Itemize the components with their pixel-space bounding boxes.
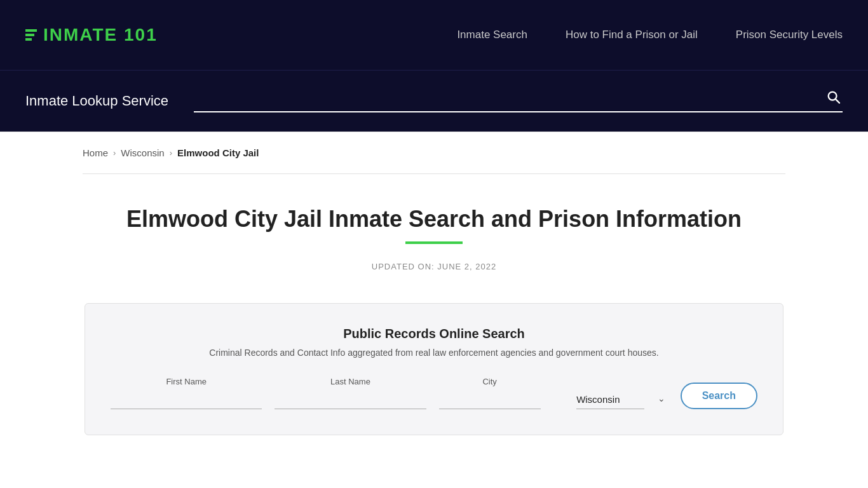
breadcrumb: Home › Wisconsin › Elmwood City Jail [0, 132, 868, 173]
nav-item-inmate-search[interactable]: Inmate Search [457, 29, 527, 41]
last-name-field: Last Name [275, 377, 426, 409]
card-subtitle: Criminal Records and Contact Info aggreg… [111, 348, 757, 358]
page-title: Elmwood City Jail Inmate Search and Pris… [83, 206, 785, 233]
city-field: City [439, 377, 541, 409]
main-content: Elmwood City Jail Inmate Search and Pris… [0, 174, 868, 461]
logo-bars-icon [25, 29, 37, 41]
state-select-wrap: AlabamaAlaskaArizonaArkansasCaliforniaCo… [553, 390, 668, 409]
nav-link-inmate-search[interactable]: Inmate Search [457, 29, 527, 41]
nav-item-security-levels[interactable]: Prison Security Levels [736, 29, 843, 41]
top-navigation: INMATE 101 Inmate Search How to Find a P… [0, 0, 868, 70]
search-icon [826, 90, 840, 104]
breadcrumb-current: Elmwood City Jail [177, 147, 259, 158]
svg-line-1 [836, 100, 840, 104]
logo-text: INMATE 101 [43, 25, 158, 45]
search-records-button[interactable]: Search [681, 383, 757, 409]
city-label: City [439, 377, 541, 386]
breadcrumb-chevron-1: › [113, 148, 116, 158]
public-records-card: Public Records Online Search Criminal Re… [85, 303, 783, 435]
card-title: Public Records Online Search [111, 327, 757, 341]
last-name-input[interactable] [275, 390, 426, 409]
nav-link-security-levels[interactable]: Prison Security Levels [736, 29, 843, 41]
nav-links: Inmate Search How to Find a Prison or Ja… [457, 29, 843, 41]
search-button-icon[interactable] [824, 90, 843, 107]
site-logo[interactable]: INMATE 101 [25, 25, 158, 45]
first-name-label: First Name [111, 377, 262, 386]
title-underline [405, 241, 463, 244]
nav-link-how-to-find[interactable]: How to Find a Prison or Jail [566, 29, 698, 41]
search-form: First Name Last Name City AlabamaAlaskaA… [111, 377, 757, 409]
search-section-label: Inmate Lookup Service [25, 93, 168, 109]
svg-point-0 [829, 92, 837, 100]
first-name-input[interactable] [111, 390, 262, 409]
nav-item-how-to-find[interactable]: How to Find a Prison or Jail [566, 29, 698, 41]
breadcrumb-chevron-2: › [170, 148, 172, 158]
last-name-label: Last Name [275, 377, 426, 386]
search-input[interactable] [194, 93, 824, 104]
search-section: Inmate Lookup Service [0, 70, 868, 132]
state-select[interactable]: AlabamaAlaskaArizonaArkansasCaliforniaCo… [576, 390, 644, 409]
search-input-wrap [194, 90, 843, 112]
state-field: AlabamaAlaskaArizonaArkansasCaliforniaCo… [553, 386, 668, 409]
logo-number: 101 [124, 25, 158, 44]
updated-text: UPDATED ON: JUNE 2, 2022 [83, 262, 785, 271]
first-name-field: First Name [111, 377, 262, 409]
breadcrumb-home[interactable]: Home [83, 147, 108, 158]
city-input[interactable] [439, 390, 541, 409]
breadcrumb-state[interactable]: Wisconsin [121, 147, 164, 158]
